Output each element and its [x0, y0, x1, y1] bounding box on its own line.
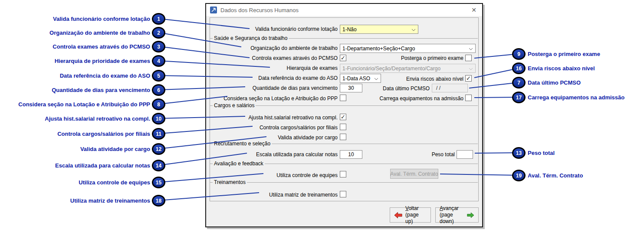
button-text: Avançar (page down) — [440, 205, 464, 225]
envia-riscos-label: Envia riscos abaixo nível — [359, 76, 463, 82]
callout-label-15: Utiliza controle de equipes — [79, 179, 150, 186]
callout-bubble-12: 12 — [152, 143, 165, 155]
callout-bubble-16: 16 — [512, 62, 526, 74]
callout-bubble-13: 13 — [512, 147, 526, 159]
group-avaliacao: Avaliação e feedback — [210, 164, 478, 164]
valida-lotacao-combobox[interactable]: 1-Não — [340, 25, 418, 34]
ajusta-hist-checkbox[interactable]: ✓ — [340, 114, 346, 120]
controla-cargos-checkbox[interactable] — [340, 124, 346, 130]
chevron-down-icon — [469, 68, 473, 70]
callout-label-11: Controla cargos/salários por filiais — [57, 131, 150, 137]
data-ultimo-pcmso-input: / / — [432, 84, 468, 92]
combobox-value: 1-Não — [342, 26, 357, 33]
posterga-checkbox[interactable] — [465, 55, 472, 61]
qtd-dias-label: Quantidade de dias para vencimento — [211, 85, 338, 91]
group-label: Treinamentos — [213, 179, 247, 185]
dialog-window: Dados dos Recursos Humanos ✕ Valida func… — [205, 3, 483, 227]
callout-bubble-1: 1 — [152, 13, 165, 25]
button-title: Avançar — [440, 205, 464, 212]
checkmark: ✓ — [341, 56, 345, 60]
callout-label-12: Valida atividade por cargo — [80, 146, 150, 152]
checkmark: ✓ — [466, 76, 471, 81]
group-label: Avaliação e feedback — [213, 161, 265, 167]
callout-bubble-14: 14 — [152, 160, 165, 171]
callout-label-14: Escala utilizada para calcular notas — [55, 162, 150, 169]
utiliza-matriz-label: Utiliza matriz de treinamentos — [211, 192, 338, 198]
group-saude: Saúde e Segurança do trabalho — [210, 38, 478, 39]
callout-number: 3 — [157, 44, 160, 50]
utiliza-matriz-checkbox[interactable] — [340, 191, 346, 197]
controla-cargos-label: Controla cargos/salários por filiais — [211, 125, 338, 131]
considera-secao-checkbox[interactable] — [340, 95, 346, 101]
callout-bubble-18: 18 — [152, 195, 165, 207]
valida-lotacao-label: Valida funcionário conforme lotação — [211, 26, 338, 32]
chevron-down-icon — [411, 29, 416, 31]
callout-bubble-9: 9 — [512, 48, 526, 60]
callout-label-7: Data último PCMSO — [528, 79, 581, 86]
callout-label-8: Considera seção na Lotação e Atribuição … — [18, 101, 150, 108]
callout-bubble-6: 6 — [152, 84, 165, 96]
screenshot-stage: Valida funcionário conforme lotação Orga… — [0, 0, 644, 233]
callout-label-6: Quantidade de dias para vencimento — [52, 87, 150, 93]
callout-number: 14 — [156, 163, 161, 169]
callout-number: 2 — [157, 30, 160, 36]
callout-number: 12 — [156, 146, 161, 152]
group-recrutamento: Recrutamento e seleção — [210, 144, 478, 144]
controla-exames-checkbox[interactable]: ✓ — [340, 55, 346, 61]
close-icon[interactable]: ✕ — [470, 7, 478, 13]
callout-number: 19 — [516, 173, 522, 179]
callout-number: 1 — [157, 16, 160, 22]
considera-secao-label: Considera seção na Lotação e Atribuição … — [211, 95, 338, 102]
callout-bubble-10: 10 — [152, 113, 165, 125]
callout-bubble-5: 5 — [152, 70, 165, 82]
group-label: Cargos e salários — [213, 102, 256, 108]
green-right-arrow-icon — [467, 212, 474, 219]
callout-bubble-19: 19 — [512, 170, 526, 181]
callout-number: 15 — [156, 180, 161, 186]
callout-bubble-3: 3 — [152, 41, 165, 53]
envia-riscos-checkbox[interactable]: ✓ — [465, 75, 472, 82]
checkmark: ✓ — [341, 115, 345, 119]
valida-atividade-checkbox[interactable] — [340, 134, 346, 140]
escala-notas-input[interactable]: 10 — [340, 150, 362, 159]
carrega-equip-checkbox[interactable] — [465, 95, 472, 101]
peso-total-label: Peso total — [394, 151, 455, 158]
input-value: 10 — [348, 151, 354, 158]
utiliza-equipes-checkbox[interactable] — [340, 171, 346, 177]
button-subtitle: (page down) — [440, 212, 464, 225]
combobox-value: 1-Departamento+Seção+Cargo — [342, 46, 415, 52]
voltar-button[interactable]: Voltar (page up) — [390, 207, 431, 223]
callout-bubble-15: 15 — [152, 177, 165, 188]
callout-label-16: Envia riscos abaixo nível — [528, 65, 595, 72]
callout-label-9: Posterga o primeiro exame — [528, 51, 600, 57]
utiliza-equipes-label: Utiliza controle de equipes — [211, 172, 338, 178]
callout-number: 7 — [517, 80, 520, 86]
aval-term-contrato-button: Aval. Térm. Contrato — [390, 169, 438, 179]
red-left-arrow-icon — [394, 212, 402, 219]
callout-label-5: Data referência do exame do ASO — [60, 72, 150, 79]
callout-label-1: Valida funcionário conforme lotação — [53, 16, 150, 22]
window-title: Dados dos Recursos Humanos — [220, 7, 299, 13]
button-text: Voltar (page up) — [405, 205, 427, 225]
carrega-equip-label: Carrega equipamentos na admissão — [359, 95, 463, 102]
organizacao-combobox[interactable]: 1-Departamento+Seção+Cargo — [340, 44, 476, 53]
input-value: / / — [436, 85, 440, 91]
combobox-value: 1-Funcionário/Seção/Departamento/Cargo — [342, 66, 440, 72]
callout-number: 5 — [157, 73, 160, 79]
callout-label-18: Utiliza matriz de treinamentos — [70, 197, 150, 204]
callout-bubble-7: 7 — [512, 77, 526, 89]
group-treinamentos: Treinamentos — [210, 182, 478, 183]
callout-number: 16 — [516, 66, 522, 72]
avancar-button[interactable]: Avançar (page down) — [435, 207, 479, 223]
callout-number: 13 — [516, 150, 522, 156]
group-cargos: Cargos e salários — [210, 105, 478, 106]
callout-number: 9 — [517, 51, 520, 57]
callout-number: 18 — [156, 198, 161, 204]
input-value: 30 — [348, 85, 354, 91]
button-title: Voltar — [405, 205, 427, 212]
app-icon — [210, 7, 217, 13]
posterga-label: Posterga o primeiro exame — [359, 55, 463, 61]
valida-atividade-label: Valida atividade por cargo — [211, 135, 338, 141]
peso-total-input[interactable] — [457, 150, 473, 159]
hierarquia-combobox: 1-Funcionário/Seção/Departamento/Cargo — [340, 64, 476, 73]
